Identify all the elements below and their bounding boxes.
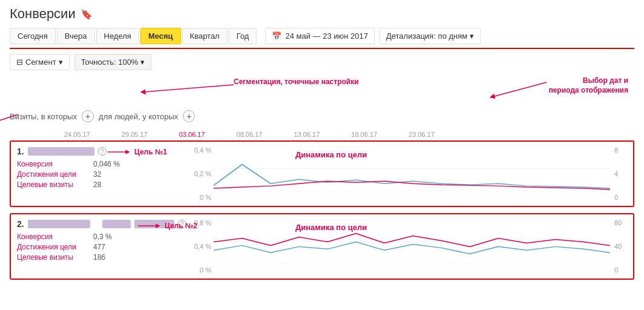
chart-date-6: 23.06.17 [409,131,435,138]
filter-row: Визиты, в которых + для людей, у которых… [10,110,634,122]
goal-2-achievements-label: Достижения цели [17,243,84,251]
accuracy-button[interactable]: Точность: 100% ▾ [74,54,152,70]
period-week[interactable]: Неделя [96,28,139,44]
chart-dates-row: 24.05.17 29.05.17 03.06.17 08.06.17 13.0… [10,127,634,140]
goal-1-achievements-value: 32 [93,170,101,179]
goal-2-y-bot: 0 % [186,266,211,274]
date-range-text: 24 май — 23 июн 2017 [285,31,368,41]
goal-2-name-placeholder-1 [28,220,91,228]
goal-1-y-bot: 0 % [186,194,211,201]
goal-2-stats: Конверсия 0,3 % Достижения цели 477 Целе… [17,232,186,262]
arrow-dates [489,79,550,101]
goal-2-y-mid: 0,4 % [186,243,211,250]
goal-1-stats: Конверсия 0,046 % Достижения цели 32 Цел… [17,160,186,189]
goal-2-conversion-label: Конверсия [17,232,84,241]
goal-2-annotation: Цель №2 [137,222,197,230]
chart-date-0: 24.05.17 [64,131,90,138]
goal-2-stat-visits: Целевые визиты 186 [17,253,186,262]
annotation-segmentation: Сегментация, точечные настройки [234,78,359,86]
period-yesterday[interactable]: Вчера [57,28,95,44]
arrow-filter [0,112,21,130]
goal-1-yr-bot: 0 [614,194,627,201]
goal-1-stat-achievements: Достижения цели 32 [17,170,186,179]
goal-1-visits-value: 28 [93,180,101,189]
chart-date-1: 29.05.17 [122,131,148,138]
bookmark-icon[interactable]: 🔖 [80,8,93,20]
goal-1-stat-conversion: Конверсия 0,046 % [17,160,186,168]
goal-1-card: 1. ? Конверсия 0,046 % Достижения цели 3… [10,140,634,207]
annotation-dates: Выбор дат ипериода отображения [548,76,628,95]
goal-2-achievements-value: 477 [93,243,105,251]
period-today[interactable]: Сегодня [10,28,56,44]
calendar-icon: 📅 [272,31,281,41]
goal-2-chart-svg-area [214,219,610,264]
arrow-segmentation [140,79,237,97]
goal-2-card: 2. ? Конверсия 0,3 % Достижения цели 477 [10,213,634,280]
goal-2-stat-conversion: Конверсия 0,3 % [17,232,186,241]
filter-icon: ⊟ [16,58,23,67]
goal-1-name-placeholder [28,147,94,156]
date-bar: Сегодня Вчера Неделя Месяц Квартал Год 📅… [10,28,634,49]
goal-1-conversion-value: 0,046 % [93,160,120,168]
goal-2-stat-achievements: Достижения цели 477 [17,243,186,251]
svg-line-5 [0,114,18,124]
add-people-condition-button[interactable]: + [183,110,195,122]
page-title: Конверсии [10,6,76,22]
goal-1-y-mid: 0,2 % [186,170,211,177]
goal-1-conversion-label: Конверсия [17,160,84,168]
goal-2-conversion-value: 0,3 % [93,232,112,241]
goal-2-visits-label: Целевые визиты [17,253,84,262]
chart-date-3: 08.06.17 [237,131,263,138]
period-year[interactable]: Год [229,28,257,44]
goal-1-annotation: Цель №1 [107,148,167,156]
segment-button[interactable]: ⊟ Сегмент ▾ [10,54,70,70]
filter-middle: для людей, у которых [99,112,178,121]
segment-bar: ⊟ Сегмент ▾ Точность: 100% ▾ [10,54,634,70]
detail-label: Детализация: по дням [386,31,467,41]
svg-line-1 [143,85,234,92]
goal-1-y-left: 0,4 % 0,2 % 0 % [186,147,214,201]
goal-2-chart-lines [214,219,610,264]
goal-2-yr-top: 80 [614,219,627,226]
add-visit-condition-button[interactable]: + [82,110,94,122]
annotation-area: Сегментация, точечные настройки Выбор да… [10,76,634,108]
detail-select[interactable]: Детализация: по дням ▾ [380,28,481,44]
goal-1-chart: 0,4 % 0,2 % 0 % [186,147,627,201]
page-header: Конверсии 🔖 [10,6,634,22]
page-container: Конверсии 🔖 Сегодня Вчера Неделя Месяц К… [0,0,644,292]
date-range-picker[interactable]: 📅 24 май — 23 июн 2017 [265,28,375,44]
accuracy-label: Точность: 100% [81,58,139,67]
goal-1-visits-label: Целевые визиты [17,180,84,189]
goal-1-achievements-label: Достижения цели [17,170,84,179]
goal-2-yr-bot: 0 [614,266,627,274]
chart-date-2: 03.06.17 [179,131,205,138]
goal-2-chart: 0,8 % 0,4 % 0 % 80 [186,219,627,274]
goal-2-name-placeholder-2 [102,220,131,228]
goal-1-stat-visits: Целевые визиты 28 [17,180,186,189]
svg-line-3 [492,82,547,97]
goal-1-yr-mid: 4 [614,170,627,177]
detail-chevron: ▾ [470,31,474,41]
goal-2-dynamic-label: Динамика по цели [295,223,367,232]
chart-date-4: 13.06.17 [294,131,320,138]
goal-1-y-top: 0,4 % [186,147,211,154]
accuracy-chevron: ▾ [140,58,145,67]
chart-date-5: 18.06.17 [351,131,377,138]
goal-1-chart-lines [214,147,610,191]
period-quarter[interactable]: Квартал [182,28,228,44]
segment-chevron: ▾ [59,58,63,67]
goal-1-chart-svg-area [214,147,610,191]
goal-1-yr-top: 8 [614,147,627,154]
period-month[interactable]: Месяц [140,28,181,44]
goal-1-annotation-text: Цель №1 [134,148,167,156]
goal-1-info-icon[interactable]: ? [98,147,107,156]
goal-2-wrapper: 2. ? Конверсия 0,3 % Достижения цели 477 [10,213,634,280]
goal-1-dynamic-label: Динамика по цели [295,150,367,159]
goal-1-arrow [107,148,131,156]
goal-2-y-right: 80 40 0 [612,219,627,274]
goal-1-wrapper: 1. ? Конверсия 0,046 % Достижения цели 3… [10,140,634,207]
segment-label: Сегмент [25,58,56,67]
goal-2-annotation-text: Цель №2 [165,222,197,230]
goal-2-visits-value: 186 [93,253,105,262]
goal-2-arrow [137,222,161,230]
